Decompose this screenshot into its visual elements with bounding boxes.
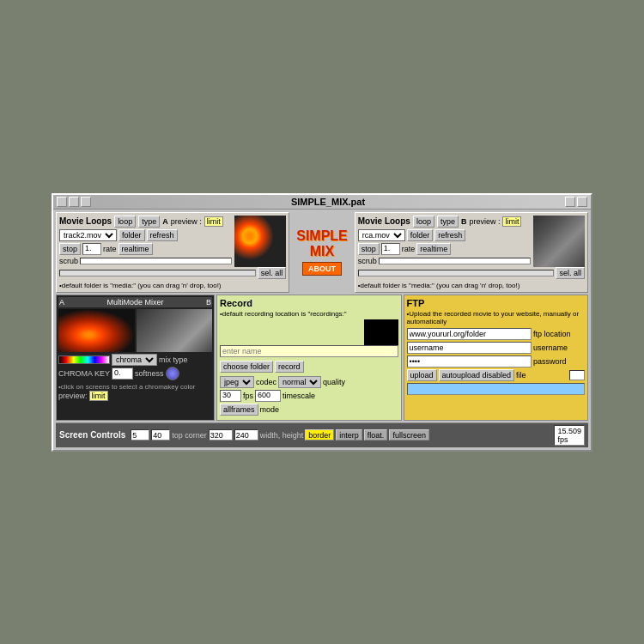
record-title: Record	[220, 298, 398, 308]
mixer-screen-b[interactable]	[137, 309, 213, 352]
choose-folder-btn[interactable]: choose folder	[220, 361, 273, 373]
limit-btn-a[interactable]: limit	[204, 216, 223, 227]
autoupload-btn[interactable]: autoupload disabled	[439, 369, 515, 381]
scrub-bar-b[interactable]	[379, 258, 531, 264]
record-preview-thumb	[364, 319, 398, 345]
ftp-username-row: username	[407, 342, 586, 354]
movie-a-select[interactable]: track2.mov	[59, 229, 117, 241]
ftp-username-label: username	[533, 343, 585, 352]
movie-b-stop-row: stop 1. rate realtime	[358, 243, 531, 255]
title-bar: SIMPLE_MIX.pat	[53, 195, 591, 210]
multimode-label-a: A	[59, 298, 64, 307]
preview-label-a: preview :	[171, 217, 202, 226]
folder-btn-a[interactable]: folder	[118, 229, 145, 241]
about-btn[interactable]: ABOUT	[302, 262, 342, 276]
fps-row: 30 fps 600 timescale	[220, 390, 398, 402]
sel-all-btn-b[interactable]: sel. all	[556, 267, 585, 279]
interp-btn[interactable]: interp	[336, 429, 362, 440]
title-right-btn1[interactable]	[565, 197, 575, 207]
click-text: •click on screens to select a chromakey …	[58, 381, 212, 391]
realtime-btn-a[interactable]: realtime	[118, 243, 153, 255]
height-input[interactable]	[234, 429, 258, 440]
scrub-b-row: scrub	[358, 257, 531, 265]
sc-val1-input[interactable]	[131, 429, 149, 440]
ftp-location-label: ftp location	[533, 330, 585, 338]
multimode-mixer-panel: A MultiMode Mixer B chroma mix type CHR	[56, 295, 215, 421]
allframes-btn[interactable]: allframes	[220, 404, 258, 416]
close-btn[interactable]	[57, 197, 67, 207]
position-bar-a[interactable]	[59, 270, 256, 276]
top-corner-label: top corner	[172, 431, 207, 440]
refresh-btn-b[interactable]: refresh	[434, 229, 465, 241]
record-panel: Record •default recording location is "r…	[216, 295, 402, 421]
record-default-text: •default recording location is "recordin…	[220, 310, 398, 318]
window-body: Movie Loops loop type A preview : limit …	[53, 210, 591, 450]
chroma-key-label: CHROMA KEY	[58, 369, 110, 378]
scrub-bar-a[interactable]	[80, 258, 232, 264]
ftp-password-row: password	[407, 355, 586, 368]
quality-label: quality	[323, 378, 345, 386]
enter-name-input[interactable]	[220, 345, 398, 357]
ftp-url-input[interactable]	[407, 328, 532, 340]
ftp-upload-text: •Upload the recorded movie to your websi…	[407, 310, 586, 325]
movie-a-stop-row: stop 1. rate realtime	[59, 243, 232, 255]
stop-btn-b[interactable]: stop	[358, 243, 380, 255]
ftp-username-input[interactable]	[407, 342, 532, 354]
scrub-label-b: scrub	[358, 257, 377, 265]
title-right-controls	[565, 197, 587, 207]
record-btn[interactable]: record	[275, 361, 304, 373]
zoom-btn[interactable]	[81, 197, 91, 207]
ftp-password-input[interactable]	[407, 355, 532, 368]
window-title: SIMPLE_MIX.pat	[291, 197, 365, 207]
float-btn[interactable]: float.	[364, 429, 388, 440]
loop-btn-a[interactable]: loop	[114, 216, 136, 228]
record-btn-row: choose folder record	[220, 361, 398, 373]
preview-limit-row: preview: limit	[58, 391, 212, 401]
ftp-password-label: password	[533, 357, 585, 366]
middle-row: A MultiMode Mixer B chroma mix type CHR	[56, 295, 588, 421]
preview-a-image	[234, 216, 286, 267]
preview-label-b: preview :	[469, 217, 500, 226]
limit-btn-b[interactable]: limit	[502, 216, 521, 227]
fullscreen-btn[interactable]: fullscreen	[389, 429, 429, 440]
softness-label: softness	[135, 369, 164, 378]
mixer-screen-a[interactable]	[58, 309, 135, 352]
sel-all-btn-a[interactable]: sel. all	[258, 267, 287, 279]
ftp-title: FTP	[407, 298, 586, 308]
refresh-btn-a[interactable]: refresh	[147, 229, 178, 241]
multimode-title-text: MultiMode Mixer	[106, 298, 163, 307]
default-text-a: •default folder is "media:" (you can dra…	[59, 282, 286, 289]
screen-controls-bar: Screen Controls top corner width, height…	[56, 422, 588, 447]
ftp-upload-row: upload autoupload disabled file	[407, 369, 586, 381]
type-btn-a[interactable]: type	[138, 216, 160, 228]
limit-btn-mixer[interactable]: limit	[89, 391, 108, 401]
minimize-btn[interactable]	[69, 197, 79, 207]
width-input[interactable]	[209, 429, 233, 440]
quality-select[interactable]: normal	[278, 376, 321, 388]
title-right-btn2[interactable]	[577, 197, 587, 207]
realtime-btn-b[interactable]: realtime	[416, 243, 451, 255]
codec-select[interactable]: jpeg	[220, 376, 254, 388]
label-a: A	[162, 217, 168, 226]
stop-btn-a[interactable]: stop	[59, 243, 81, 255]
simple-mix-center: SIMPLE MIX ABOUT	[291, 212, 353, 293]
allframes-row: allframes mode	[220, 404, 398, 416]
loop-btn-b[interactable]: loop	[413, 216, 434, 228]
ftp-status-row	[407, 383, 586, 395]
file-label: file	[516, 371, 568, 380]
upload-btn[interactable]: upload	[407, 369, 437, 381]
status-input[interactable]	[407, 383, 586, 395]
rate-label-b: rate	[402, 245, 416, 253]
movie-loops-a-panel: Movie Loops loop type A preview : limit …	[56, 212, 289, 293]
multimode-title-row: A MultiMode Mixer B	[58, 297, 212, 307]
movie-b-select[interactable]: rca.mov	[358, 229, 405, 241]
chroma-color-swatch[interactable]	[166, 367, 179, 380]
border-btn[interactable]: border	[305, 429, 334, 440]
width-height-label: width, height	[260, 431, 304, 440]
chroma-gradient	[58, 355, 110, 364]
type-btn-b[interactable]: type	[437, 216, 459, 228]
chroma-select[interactable]: chroma	[112, 354, 157, 366]
position-bar-b[interactable]	[358, 270, 555, 276]
sc-val2-input[interactable]	[151, 429, 170, 440]
folder-btn-b[interactable]: folder	[407, 229, 434, 241]
